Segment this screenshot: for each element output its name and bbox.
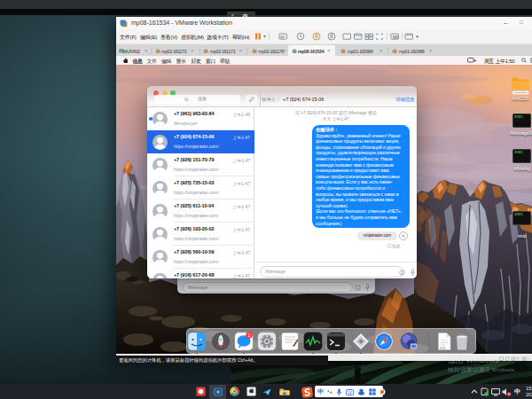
svg-text:EXE: EXE — [440, 346, 445, 349]
svg-text:1: 1 — [248, 332, 251, 337]
